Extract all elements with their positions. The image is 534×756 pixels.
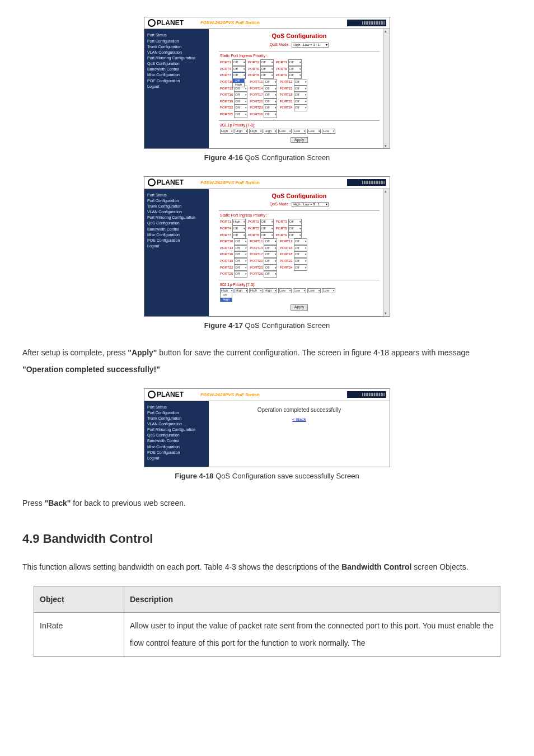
port-priority-select[interactable]: Off: [260, 232, 274, 239]
sidebar-item[interactable]: Port Configuration: [147, 410, 206, 416]
dropdown-option[interactable]: High: [233, 83, 244, 87]
8021p-select[interactable]: Low: [293, 288, 306, 293]
8021p-select-open[interactable]: High Off High: [220, 288, 233, 293]
port-priority-select[interactable]: Off: [294, 238, 307, 245]
port-priority-select[interactable]: Off: [294, 92, 307, 98]
8021p-select[interactable]: Low: [278, 288, 292, 293]
back-link[interactable]: < Back: [213, 417, 385, 422]
sidebar-item[interactable]: Port Configuration: [147, 198, 206, 204]
port-priority-select[interactable]: Off: [288, 226, 302, 232]
8021p-select[interactable]: High: [264, 129, 277, 134]
port-priority-select-open[interactable]: Off Off High: [232, 72, 246, 79]
port-priority-select[interactable]: Off: [260, 59, 274, 66]
sidebar-item[interactable]: Port Mirroring Configuration: [147, 215, 206, 220]
dropdown-list[interactable]: Off High: [232, 78, 245, 87]
port-priority-select[interactable]: Off: [234, 265, 247, 271]
port-priority-select[interactable]: Off: [232, 232, 246, 239]
port-priority-select[interactable]: Off: [264, 92, 277, 98]
8021p-select[interactable]: High: [220, 129, 233, 134]
apply-button[interactable]: Apply: [291, 304, 308, 310]
port-priority-select[interactable]: Off: [294, 79, 307, 86]
sidebar-item[interactable]: Misc Configuration: [147, 444, 206, 450]
8021p-select[interactable]: Low: [278, 129, 292, 134]
sidebar-item[interactable]: Misc Configuration: [147, 232, 206, 238]
sidebar-item[interactable]: Port Configuration: [147, 39, 206, 44]
sidebar-item[interactable]: Bandwidth Control: [147, 438, 206, 444]
sidebar-item[interactable]: Port Mirroring Configuration: [147, 55, 206, 61]
sidebar-item[interactable]: Trunk Configuration: [147, 44, 206, 50]
port-priority-select[interactable]: Off: [260, 72, 274, 79]
sidebar-item[interactable]: POE Configuration: [147, 78, 206, 84]
port-priority-select[interactable]: Off: [294, 258, 307, 265]
sidebar-item[interactable]: VLAN Configuration: [147, 421, 206, 427]
sidebar-item[interactable]: VLAN Configuration: [147, 50, 206, 55]
port-priority-select[interactable]: Off: [294, 105, 307, 111]
port-priority-select[interactable]: Off: [264, 258, 277, 265]
port-priority-select[interactable]: Off: [234, 271, 247, 278]
port-priority-select[interactable]: Off: [264, 245, 277, 252]
8021p-select[interactable]: High: [235, 288, 248, 293]
port-priority-select[interactable]: Off: [264, 105, 277, 111]
port-priority-select[interactable]: Off: [264, 86, 277, 92]
port-priority-select[interactable]: Off: [232, 59, 246, 66]
apply-button[interactable]: Apply: [291, 137, 308, 143]
port-priority-select[interactable]: Off: [294, 86, 307, 92]
8021p-select[interactable]: Low: [307, 288, 321, 293]
port-priority-select[interactable]: Off: [294, 265, 307, 271]
port-priority-select[interactable]: Off: [288, 72, 302, 79]
sidebar-item[interactable]: Logout: [147, 84, 206, 90]
sidebar-item[interactable]: Port Status: [147, 192, 206, 198]
port-priority-select[interactable]: Off: [288, 232, 302, 239]
8021p-select[interactable]: Low: [307, 129, 321, 134]
sidebar-item[interactable]: Trunk Configuration: [147, 416, 206, 421]
qos-mode-select[interactable]: High : Low = 3 : 1: [292, 202, 329, 207]
port-priority-select[interactable]: Off: [288, 59, 302, 66]
port-priority-select[interactable]: Off: [234, 105, 247, 111]
scrollbar[interactable]: [383, 29, 390, 148]
port-priority-select[interactable]: Off: [232, 226, 246, 232]
8021p-select[interactable]: High: [235, 129, 248, 134]
8021p-select[interactable]: Low: [293, 129, 306, 134]
port-priority-select[interactable]: Off: [288, 219, 302, 226]
port-priority-select[interactable]: Off: [234, 98, 247, 105]
sidebar-item[interactable]: Bandwidth Control: [147, 67, 206, 72]
8021p-select[interactable]: High: [249, 288, 263, 293]
port-priority-select[interactable]: Off: [294, 98, 307, 105]
sidebar-item[interactable]: Trunk Configuration: [147, 204, 206, 209]
port-priority-select[interactable]: Off: [234, 111, 247, 118]
qos-mode-select[interactable]: High : Low = 3 : 1: [292, 43, 329, 48]
port-priority-select[interactable]: Off: [234, 245, 247, 252]
port-priority-select[interactable]: Off: [264, 238, 277, 245]
dropdown-list[interactable]: Off High: [220, 293, 232, 302]
8021p-select[interactable]: High: [249, 129, 263, 134]
sidebar-item[interactable]: QoS Configuration: [147, 433, 206, 438]
sidebar-item[interactable]: POE Configuration: [147, 238, 206, 243]
8021p-select[interactable]: High: [264, 288, 277, 293]
port-priority-select[interactable]: Off: [260, 219, 274, 226]
sidebar-item[interactable]: VLAN Configuration: [147, 209, 206, 215]
sidebar-item[interactable]: Misc Configuration: [147, 72, 206, 78]
port-priority-select[interactable]: Off: [264, 79, 277, 86]
8021p-select[interactable]: Low: [322, 288, 335, 293]
port-priority-select[interactable]: Off: [294, 245, 307, 252]
port-priority-select[interactable]: Off: [234, 251, 247, 258]
port-priority-select[interactable]: Off: [232, 66, 246, 73]
port-priority-select[interactable]: Off: [264, 98, 277, 105]
dropdown-option[interactable]: Off: [233, 79, 244, 83]
port-priority-select[interactable]: Off: [260, 226, 274, 232]
sidebar-item[interactable]: Port Status: [147, 405, 206, 410]
sidebar-item[interactable]: Port Mirroring Configuration: [147, 427, 206, 433]
sidebar-item[interactable]: POE Configuration: [147, 450, 206, 456]
sidebar-item[interactable]: Logout: [147, 243, 206, 249]
port-priority-select[interactable]: Off: [234, 92, 247, 98]
port-priority-select[interactable]: Off: [234, 258, 247, 265]
port-priority-select[interactable]: High: [232, 219, 246, 226]
port-priority-select[interactable]: Off: [234, 238, 247, 245]
dropdown-option[interactable]: Off: [221, 293, 232, 297]
port-priority-select[interactable]: Off: [288, 66, 302, 73]
sidebar-item[interactable]: Logout: [147, 456, 206, 461]
sidebar-item[interactable]: Bandwidth Control: [147, 227, 206, 232]
dropdown-option[interactable]: High: [221, 298, 232, 302]
sidebar-item[interactable]: Port Status: [147, 32, 206, 38]
8021p-select[interactable]: Low: [322, 129, 335, 134]
